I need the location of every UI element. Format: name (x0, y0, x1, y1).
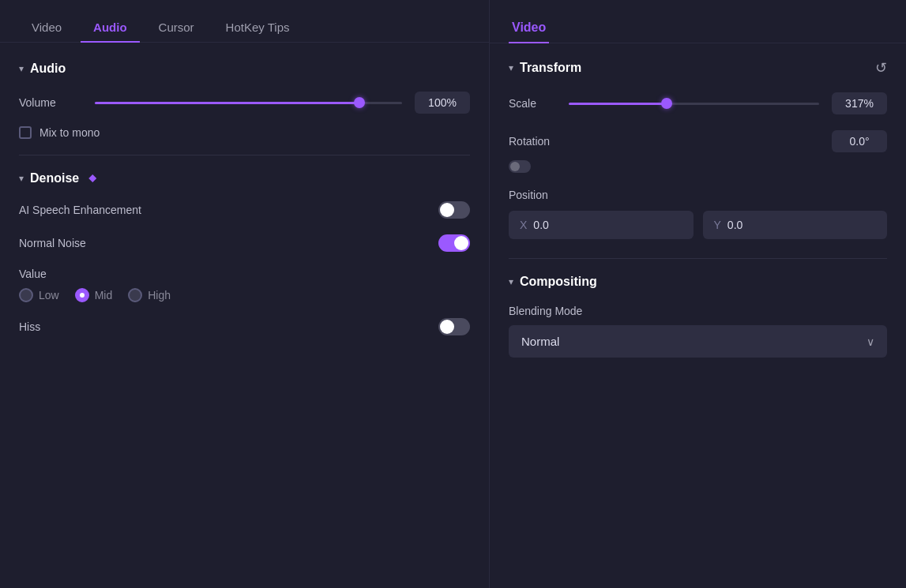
tab-bar: Video Audio Cursor HotKey Tips (0, 0, 489, 43)
mix-to-mono-checkbox[interactable] (19, 126, 32, 139)
rotation-value-box: 0.0° (832, 130, 887, 152)
position-label: Position (509, 189, 887, 201)
tab-audio[interactable]: Audio (81, 13, 140, 42)
compositing-title: Compositing (520, 275, 597, 289)
volume-slider[interactable] (95, 95, 402, 110)
right-header: Video (490, 0, 906, 43)
right-panel: Video ▾ Transform ↺ Scale 317% Rotation (490, 0, 906, 588)
right-tab-video[interactable]: Video (509, 13, 549, 43)
pos-y-axis-label: Y (714, 219, 721, 231)
ai-speech-label: AI Speech Enhancement (19, 204, 141, 216)
reset-transform-icon[interactable]: ↺ (875, 59, 887, 77)
right-content: ▾ Transform ↺ Scale 317% Rotation 0.0° (490, 43, 906, 588)
scale-row: Scale 317% (509, 92, 887, 114)
radio-low-label: Low (39, 289, 59, 301)
transform-chevron-icon[interactable]: ▾ (509, 62, 513, 73)
hiss-toggle[interactable] (438, 318, 470, 335)
ai-speech-toggle[interactable] (438, 201, 470, 219)
rotation-row: Rotation 0.0° (509, 130, 887, 173)
dropdown-arrow-icon: ∨ (867, 335, 874, 348)
rotation-toggle-knob (510, 162, 520, 171)
denoise-gem-icon (88, 174, 96, 182)
audio-section-header: ▾ Audio (19, 62, 470, 76)
section-divider-right (509, 258, 887, 259)
radio-mid[interactable]: Mid (75, 288, 113, 302)
blending-dropdown[interactable]: Normal ∨ (509, 325, 887, 358)
rotation-label: Rotation (509, 135, 550, 148)
audio-chevron-icon[interactable]: ▾ (19, 63, 24, 74)
left-panel: Video Audio Cursor HotKey Tips ▾ Audio V… (0, 0, 490, 588)
value-section: Value Low Mid High (19, 268, 470, 302)
denoise-section-header: ▾ Denoise (19, 171, 470, 185)
audio-section-title: Audio (30, 62, 66, 76)
blending-value: Normal (521, 335, 559, 348)
radio-low[interactable]: Low (19, 288, 59, 302)
position-y-input[interactable]: Y 0.0 (703, 211, 888, 239)
tab-cursor[interactable]: Cursor (146, 13, 207, 42)
normal-noise-row: Normal Noise (19, 234, 470, 252)
compositing-chevron-icon[interactable]: ▾ (509, 276, 513, 287)
hiss-row: Hiss (19, 318, 470, 335)
volume-row: Volume 100% (19, 92, 470, 114)
compositing-section: ▾ Compositing Blending Mode Normal ∨ (509, 275, 887, 358)
compositing-header: ▾ Compositing (509, 275, 887, 289)
scale-slider[interactable] (569, 96, 819, 111)
scale-track (569, 103, 819, 105)
volume-value-box: 100% (415, 92, 470, 114)
hiss-label: Hiss (19, 320, 40, 333)
radio-group-noise-value: Low Mid High (19, 288, 470, 302)
transform-section-title: Transform (520, 61, 581, 75)
normal-noise-toggle-knob (454, 236, 468, 250)
scale-value-box: 317% (832, 92, 887, 114)
ai-speech-toggle-knob (440, 203, 454, 217)
radio-mid-label: Mid (95, 289, 113, 301)
rotation-top: Rotation 0.0° (509, 130, 887, 152)
pos-x-value: 0.0 (533, 219, 548, 231)
blending-label: Blending Mode (509, 305, 887, 317)
scale-thumb[interactable] (661, 98, 672, 109)
pos-y-value: 0.0 (727, 219, 742, 231)
hiss-toggle-knob (440, 320, 454, 334)
radio-low-circle (19, 288, 33, 302)
denoise-section-title: Denoise (30, 171, 79, 185)
value-label: Value (19, 268, 470, 280)
radio-mid-circle (75, 288, 89, 302)
volume-label: Volume (19, 96, 82, 109)
radio-high-label: High (148, 289, 171, 301)
tab-hotkey-tips[interactable]: HotKey Tips (213, 13, 303, 42)
normal-noise-label: Normal Noise (19, 237, 86, 249)
radio-high-circle (128, 288, 142, 302)
pos-x-axis-label: X (520, 219, 527, 231)
normal-noise-toggle[interactable] (438, 234, 470, 252)
section-divider-1 (19, 155, 470, 155)
transform-title-group: ▾ Transform (509, 61, 581, 75)
mix-to-mono-label: Mix to mono (39, 126, 100, 139)
position-x-input[interactable]: X 0.0 (509, 211, 694, 239)
volume-thumb[interactable] (354, 97, 365, 108)
left-panel-content: ▾ Audio Volume 100% Mix to mono ▾ Denois… (0, 43, 489, 588)
scale-label: Scale (509, 97, 556, 110)
mix-to-mono-row: Mix to mono (19, 126, 470, 139)
volume-track (95, 102, 402, 104)
tab-video[interactable]: Video (19, 13, 74, 42)
radio-high[interactable]: High (128, 288, 171, 302)
denoise-chevron-icon[interactable]: ▾ (19, 173, 24, 184)
position-inputs: X 0.0 Y 0.0 (509, 211, 887, 239)
ai-speech-row: AI Speech Enhancement (19, 201, 470, 219)
rotation-toggle[interactable] (509, 160, 531, 173)
transform-section-header: ▾ Transform ↺ (509, 59, 887, 77)
position-section: Position X 0.0 Y 0.0 (509, 189, 887, 239)
